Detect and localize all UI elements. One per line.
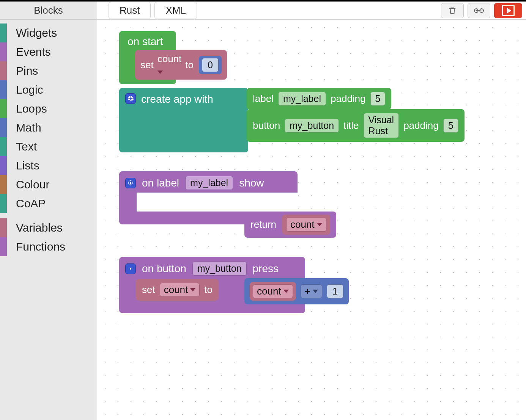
variable-dropdown[interactable]: count (160, 283, 200, 297)
category-swatch (0, 175, 7, 194)
topbar-right: Rust XML (97, 2, 526, 20)
category-label: CoAP (16, 197, 46, 210)
body-slot[interactable] (137, 193, 298, 212)
category-swatch (0, 156, 7, 175)
create-app-title: create app with (141, 93, 213, 105)
button-widget-block[interactable]: button my_button title Visual Rust paddi… (247, 109, 465, 142)
category-loops[interactable]: Loops (0, 99, 97, 118)
svg-point-2 (130, 182, 132, 184)
category-colour[interactable]: Colour (0, 175, 97, 194)
category-swatch (0, 42, 7, 61)
gear-icon[interactable] (125, 178, 136, 188)
set-keyword: set (142, 284, 155, 296)
category-logic[interactable]: Logic (0, 80, 97, 99)
tab-rust[interactable]: Rust (109, 2, 151, 19)
chevron-down-icon (190, 288, 195, 291)
kw-return: return (250, 219, 276, 230)
run-frame (502, 5, 515, 16)
operator-symbol: + (305, 285, 310, 297)
gear-icon[interactable] (125, 93, 136, 104)
tab-rust-label: Rust (120, 5, 140, 16)
label-widget-block[interactable]: label my_label padding 5 (247, 88, 391, 110)
category-label: Loops (16, 102, 47, 115)
category-label: Math (16, 121, 41, 134)
return-row[interactable]: return count (244, 212, 336, 238)
category-widgets[interactable]: Widgets (0, 24, 97, 42)
category-swatch (0, 80, 7, 99)
tab-xml[interactable]: XML (154, 2, 197, 19)
label-name-field[interactable]: my_label (278, 92, 326, 106)
category-label: Colour (16, 178, 49, 191)
variable-name: count (257, 285, 281, 297)
label-padding-field[interactable]: 5 (370, 92, 386, 106)
kw-on-button: on button (142, 263, 186, 275)
category-label: Logic (16, 83, 43, 96)
button-padding-field[interactable]: 5 (443, 119, 458, 133)
kw-title: title (343, 120, 359, 132)
variable-name: count (157, 53, 182, 64)
category-lists[interactable]: Lists (0, 156, 97, 175)
on-label-head: on label my_label show (125, 176, 264, 190)
block-create-app[interactable]: create app with label my_label padding 5… (119, 88, 248, 152)
trash-button[interactable] (441, 3, 464, 18)
category-variables[interactable]: Variables (0, 218, 97, 237)
gear-icon[interactable] (125, 263, 136, 274)
create-app-frame: create app with (119, 88, 248, 152)
tab-blocks[interactable]: Blocks (0, 2, 97, 20)
category-pins[interactable]: Pins (0, 61, 97, 80)
category-label: Widgets (16, 27, 57, 39)
kw-on-label: on label (142, 177, 179, 189)
svg-point-3 (130, 268, 132, 270)
category-functions[interactable]: Functions (0, 237, 97, 256)
variable-getter-block[interactable]: count (282, 215, 330, 235)
number-field[interactable]: 1 (327, 284, 343, 298)
category-events[interactable]: Events (0, 42, 97, 61)
chevron-down-icon (157, 71, 163, 74)
button-name-field[interactable]: my_button (285, 119, 339, 133)
chevron-down-icon (313, 290, 318, 293)
block-on-start[interactable]: on start set count to 0 (119, 31, 176, 84)
kw-show: show (239, 177, 264, 189)
operator-dropdown[interactable]: + (301, 284, 322, 298)
category-text[interactable]: Text (0, 137, 97, 156)
play-icon (507, 8, 511, 14)
kw-button: button (253, 120, 280, 132)
math-add-block[interactable]: count + 1 (244, 278, 349, 304)
number-block[interactable]: 0 (199, 56, 222, 74)
link-button[interactable] (468, 3, 490, 18)
button-title-field[interactable]: Visual Rust (364, 113, 399, 138)
set-keyword: set (140, 59, 154, 71)
category-swatch (0, 99, 7, 118)
variable-dropdown[interactable]: count (157, 53, 182, 77)
set-var-block[interactable]: set count to (136, 279, 219, 301)
category-label: Lists (16, 159, 39, 172)
link-icon (474, 7, 484, 14)
category-math[interactable]: Math (0, 118, 97, 137)
block-on-label-show[interactable]: on label my_label show return count (119, 171, 298, 224)
to-keyword: to (204, 284, 213, 296)
set-var-block[interactable]: set count to 0 (135, 50, 227, 80)
tab-blocks-label: Blocks (34, 5, 63, 16)
button-name-field[interactable]: my_button (192, 262, 247, 276)
variable-dropdown[interactable]: count (286, 218, 326, 232)
chevron-down-icon (317, 223, 322, 226)
category-swatch (0, 218, 7, 237)
kw-label: label (253, 93, 274, 105)
category-swatch (0, 137, 7, 156)
variable-getter-block[interactable]: count (250, 282, 296, 301)
number-value: 0 (202, 58, 219, 72)
label-name-field[interactable]: my_label (185, 176, 233, 190)
kw-padding: padding (331, 93, 366, 105)
variable-name: count (164, 284, 188, 296)
block-on-button-press[interactable]: on button my_button press set count to c… (119, 257, 305, 313)
category-coap[interactable]: CoAP (0, 194, 97, 213)
category-label: Functions (16, 240, 65, 253)
to-keyword: to (185, 59, 194, 71)
run-button[interactable] (494, 3, 522, 18)
variable-dropdown[interactable]: count (253, 284, 293, 298)
workspace[interactable]: on start set count to 0 create app with (97, 20, 526, 420)
variable-name: count (290, 219, 315, 230)
category-swatch (0, 118, 7, 137)
category-label: Events (16, 45, 51, 58)
category-swatch (0, 61, 7, 80)
